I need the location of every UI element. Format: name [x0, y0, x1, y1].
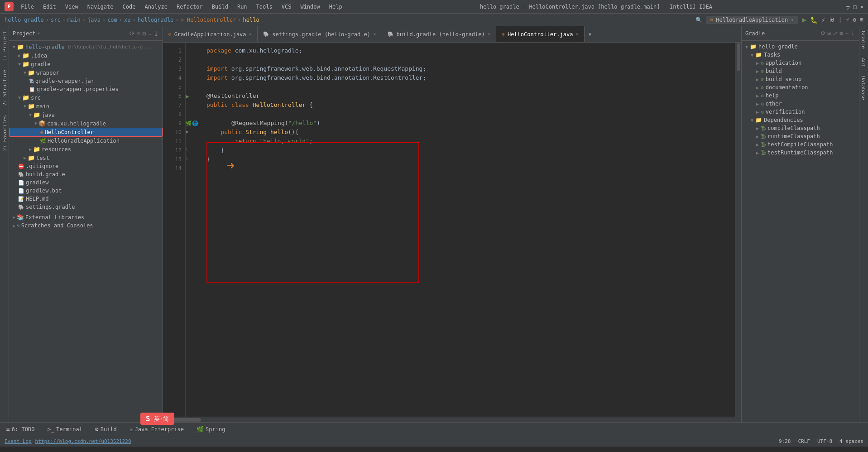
tab-hello-controller[interactable]: ⊕ HelloController.java ✕	[496, 26, 585, 42]
menu-code[interactable]: Code	[119, 3, 139, 11]
git-icon[interactable]: ⑂	[845, 16, 849, 23]
tree-root[interactable]: ▼ 📁 hello-gradle D:\RepoGit\Github\hello…	[9, 43, 163, 51]
tree-resources-folder[interactable]: ▶ 📁 resources	[9, 145, 163, 154]
gradle-link-icon[interactable]: ⊞	[828, 30, 831, 37]
tree-test-folder[interactable]: ▶ 📁 test	[9, 154, 163, 162]
tree-package-folder[interactable]: ▼ 📦 com.xu.hellogradle	[9, 119, 163, 128]
menu-bar[interactable]: File Edit View Navigate Code Analyze Ref…	[17, 3, 346, 11]
tree-build-gradle-file[interactable]: 🐘 build.gradle	[9, 170, 163, 178]
gradle-dep-runtime[interactable]: ▶ 🗜 runtimeClasspath	[742, 132, 859, 140]
breadcrumb-file[interactable]: ⊕ HelloController	[180, 17, 236, 23]
editor-content[interactable]: 1 2 3 4 5 6 7 8 9 10 11 12 13 14	[163, 43, 741, 417]
gradle-dependencies-group[interactable]: ▼ 📁 Dependencies	[742, 116, 859, 124]
tree-main-folder[interactable]: ▼ 📁 main	[9, 102, 163, 111]
gradle-panel-actions[interactable]: ⟳ ⊞ ⤢ ≡ — ⤓	[821, 30, 855, 37]
spring-tab[interactable]: 🌿 Spring	[194, 425, 228, 433]
minimize-icon[interactable]: ⤓	[153, 30, 159, 37]
menu-view[interactable]: View	[62, 3, 82, 11]
tree-gradle-folder[interactable]: ▼ 📁 gradle	[9, 60, 163, 68]
tree-hello-controller[interactable]: ⊕ HelloController	[9, 128, 163, 137]
gradle-minimize-icon[interactable]: ⤓	[850, 30, 855, 37]
settings-gear-icon[interactable]: ⚙	[142, 30, 146, 37]
gradle-task-build-setup[interactable]: ▶ ⚙ build setup	[742, 75, 859, 83]
line-sep[interactable]: CRLF	[798, 438, 810, 444]
close-project-icon[interactable]: —	[148, 30, 152, 37]
run-button[interactable]: ▶	[802, 15, 806, 24]
breadcrumb-method[interactable]: hello	[243, 17, 259, 23]
menu-tools[interactable]: Tools	[253, 3, 276, 11]
tree-settings-gradle-file[interactable]: 🐘 settings.gradle	[9, 203, 163, 211]
code-editor[interactable]: package com.xu.hellogradle; import org.s…	[199, 43, 735, 417]
menu-navigate[interactable]: Navigate	[84, 3, 117, 11]
tree-gradlew-file[interactable]: 📄 gradlew	[9, 178, 163, 187]
menu-refactor[interactable]: Refactor	[173, 3, 206, 11]
tree-src-folder[interactable]: ▼ 📁 src	[9, 93, 163, 102]
menu-vcs[interactable]: VCS	[278, 3, 295, 11]
tree-external-libs[interactable]: ▶ 📚 External Libraries	[9, 213, 163, 221]
menu-run[interactable]: Run	[234, 3, 251, 11]
gradle-task-verification[interactable]: ▶ ⚙ verification	[742, 108, 859, 116]
gradle-expand-icon[interactable]: ⤢	[833, 30, 838, 37]
ant-side-tab[interactable]: Ant	[859, 53, 868, 72]
tree-help-md-file[interactable]: 📝 HELP.md	[9, 195, 163, 203]
settings-icon[interactable]: ⚙	[853, 16, 856, 23]
menu-edit[interactable]: Edit	[39, 3, 60, 11]
menu-analyze[interactable]: Analyze	[141, 3, 171, 11]
tab-settings-gradle[interactable]: 🐘 settings.gradle (hello-gradle) ✕	[258, 26, 382, 42]
gradle-close-icon[interactable]: —	[845, 30, 849, 37]
tab-gradle-app[interactable]: ⊕ GradleApplication.java ✕	[163, 26, 258, 42]
gradle-side-tab[interactable]: Gradle	[859, 26, 868, 53]
tree-gitignore-file[interactable]: ⛔ .gitignore	[9, 162, 163, 170]
tree-properties-file[interactable]: 📋 gradle-wrapper.properties	[9, 85, 163, 93]
indent-info[interactable]: 4 spaces	[839, 438, 863, 444]
tree-hello-gradle-app[interactable]: 🌿 HelloGradleApplication	[9, 137, 163, 145]
tab-close-icon[interactable]: ✕	[373, 31, 376, 37]
tab-close-icon[interactable]: ✕	[488, 31, 491, 37]
debug-button[interactable]: 🐛	[810, 16, 818, 24]
coverage-button[interactable]: ⛨	[829, 16, 835, 23]
gradle-dep-compile[interactable]: ▶ 🗜 compileClasspath	[742, 124, 859, 132]
event-log-link[interactable]: Event Log	[5, 438, 32, 444]
gradle-task-build[interactable]: ▶ ⚙ build	[742, 67, 859, 75]
gradle-refresh-icon[interactable]: ⟳	[821, 30, 826, 37]
gradle-menu-icon[interactable]: ≡	[839, 30, 843, 37]
gradle-task-other[interactable]: ▶ ⚙ other	[742, 100, 859, 108]
favorites-tab[interactable]: 2: Favorites	[0, 111, 9, 155]
tree-wrapper-folder[interactable]: ▼ 📁 wrapper	[9, 68, 163, 77]
menu-build[interactable]: Build	[208, 3, 232, 11]
menu-help[interactable]: Help	[326, 3, 346, 11]
tab-close-icon[interactable]: ✕	[249, 31, 252, 37]
fold-icon[interactable]: ▼	[186, 130, 188, 135]
project-actions[interactable]: ⟳ ≡ ⚙ — ⤓	[129, 30, 159, 37]
tree-idea-folder[interactable]: ▶ 📁 .idea	[9, 51, 163, 60]
encoding[interactable]: UTF-8	[817, 438, 832, 444]
status-link-csdn[interactable]: https://blog.csdn.net/u013521220	[35, 438, 131, 444]
build-tab[interactable]: ⚙ Build	[92, 425, 120, 433]
tree-scratches[interactable]: ▶ ✎ Scratches and Consoles	[9, 221, 163, 230]
tree-gradlew-bat-file[interactable]: 📄 gradlew.bat	[9, 187, 163, 195]
gradle-task-documentation[interactable]: ▶ ⚙ documentation	[742, 83, 859, 91]
run-config-selector[interactable]: ⊕ HelloGradleApplication ▾	[706, 16, 799, 24]
gradle-dep-test-runtime[interactable]: ▶ 🗜 testRuntimeClasspath	[742, 149, 859, 157]
gradle-task-help[interactable]: ▶ ⚙ help	[742, 91, 859, 100]
search-icon[interactable]: 🔍	[695, 17, 702, 23]
todo-tab[interactable]: ≡ 6: TODO	[4, 425, 37, 433]
breadcrumb-project[interactable]: hello-gradle	[5, 17, 44, 23]
gradle-task-application[interactable]: ▶ ⚙ application	[742, 59, 859, 67]
tree-jar-file[interactable]: 🗜 gradle-wrapper.jar	[9, 77, 163, 85]
profile-button[interactable]: ⚡	[821, 16, 825, 24]
horizontal-scrollbar[interactable]	[163, 417, 741, 422]
dropdown-chevron[interactable]: ▾	[38, 30, 41, 36]
ime-input-bar[interactable]: S 英·简	[140, 413, 174, 425]
terminal-tab[interactable]: >_ Terminal	[44, 425, 85, 433]
layout-icon[interactable]: ⊞	[860, 16, 863, 23]
run-gutter-icon[interactable]: ▶	[186, 93, 189, 100]
tab-build-gradle[interactable]: 🐘 build.gradle (hello-gradle) ✕	[382, 26, 497, 42]
project-tab[interactable]: 1: Project	[0, 26, 9, 65]
editor-minimap[interactable]	[735, 43, 741, 417]
gradle-root[interactable]: ▼ 📁 hello-gradle	[742, 43, 859, 51]
scroll-thumb[interactable]	[737, 43, 740, 71]
menu-window[interactable]: Window	[297, 3, 323, 11]
tab-close-icon[interactable]: ✕	[575, 31, 579, 37]
collapse-icon[interactable]: ≡	[137, 30, 140, 37]
